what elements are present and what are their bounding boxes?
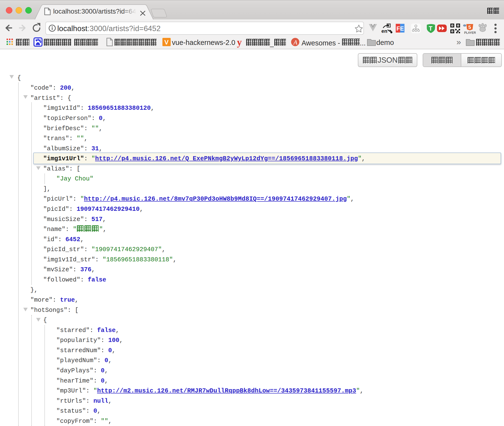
- svg-text:A: A: [293, 39, 297, 46]
- svg-text:V: V: [164, 39, 169, 46]
- svg-text:5: 5: [468, 25, 471, 30]
- svg-text:»: »: [456, 37, 461, 46]
- svg-text:FE: FE: [396, 25, 404, 32]
- svg-text:y: y: [237, 37, 242, 48]
- svg-text:T: T: [429, 25, 432, 32]
- svg-text:en: en: [381, 28, 387, 34]
- svg-text:PLAYER: PLAYER: [464, 31, 476, 34]
